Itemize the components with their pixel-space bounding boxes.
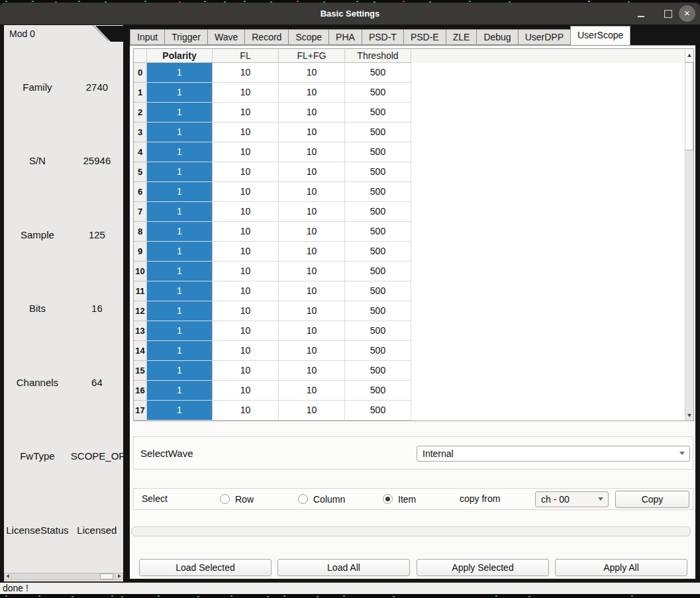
cell-threshold[interactable]: 500 [345,142,411,162]
tab-psd-t[interactable]: PSD-T [362,29,404,45]
cell-fl[interactable]: 10 [213,222,279,242]
selectwave-dropdown[interactable]: Internal [417,446,690,462]
cell-fl[interactable]: 10 [213,341,279,361]
scroll-up-arrow-icon[interactable] [685,49,693,62]
copy-button[interactable]: Copy [615,491,689,508]
scroll-right-arrow-icon[interactable] [115,573,123,579]
radio-circle-icon[interactable] [383,494,393,504]
row-header[interactable]: 17 [134,401,147,421]
cell-threshold[interactable]: 500 [345,222,411,242]
row-header[interactable]: 1 [134,83,147,103]
cell-flfg[interactable]: 10 [279,341,345,361]
row-header[interactable]: 12 [134,301,147,321]
maximize-icon[interactable] [664,10,672,18]
tab-scope[interactable]: Scope [288,29,329,45]
cell-flfg[interactable]: 10 [279,182,345,202]
close-icon[interactable]: × [679,5,695,22]
cell-polarity[interactable]: 1 [147,162,213,182]
row-header[interactable]: 4 [134,142,147,162]
cell-flfg[interactable]: 10 [279,321,345,341]
cell-threshold[interactable]: 500 [345,83,411,103]
cell-fl[interactable]: 10 [213,142,279,162]
row-header[interactable]: 6 [134,182,147,202]
radio-item[interactable]: Item [383,489,416,509]
cell-fl[interactable]: 10 [213,103,279,123]
cell-fl[interactable]: 10 [213,242,279,262]
cell-threshold[interactable]: 500 [345,401,411,421]
cell-threshold[interactable]: 500 [345,341,411,361]
tab-zle[interactable]: ZLE [446,29,477,45]
row-header[interactable]: 9 [134,242,147,262]
cell-polarity[interactable]: 1 [147,63,213,83]
tab-userscope[interactable]: UserScope [570,26,630,45]
cell-flfg[interactable]: 10 [279,281,345,301]
cell-fl[interactable]: 10 [213,123,279,142]
tab-debug[interactable]: Debug [476,29,518,45]
apply-selected-button[interactable]: Apply Selected [417,559,549,576]
cell-fl[interactable]: 10 [213,262,279,281]
cell-polarity[interactable]: 1 [147,242,213,262]
cell-fl[interactable]: 10 [213,63,279,83]
radio-column[interactable]: Column [298,489,345,509]
cell-threshold[interactable]: 500 [345,162,411,182]
row-header[interactable]: 0 [134,63,147,83]
cell-flfg[interactable]: 10 [279,242,345,262]
cell-flfg[interactable]: 10 [279,222,345,242]
cell-polarity[interactable]: 1 [147,222,213,242]
copy-from-dropdown[interactable]: ch - 00 [535,491,609,507]
cell-flfg[interactable]: 10 [279,123,345,142]
cell-polarity[interactable]: 1 [147,83,213,103]
row-header[interactable]: 15 [134,361,147,381]
cell-flfg[interactable]: 10 [279,162,345,182]
table-vertical-scrollbar[interactable] [685,49,693,421]
cell-flfg[interactable]: 10 [279,262,345,281]
cell-threshold[interactable]: 500 [345,63,411,83]
row-header[interactable]: 2 [134,103,147,123]
tab-wave[interactable]: Wave [207,29,245,45]
load-all-button[interactable]: Load All [277,559,410,576]
row-header[interactable]: 13 [134,321,147,341]
cell-threshold[interactable]: 500 [345,123,411,142]
cell-fl[interactable]: 10 [213,321,279,341]
cell-threshold[interactable]: 500 [345,281,411,301]
apply-all-button[interactable]: Apply All [555,559,687,576]
cell-fl[interactable]: 10 [213,281,279,301]
radio-circle-icon[interactable] [298,494,308,504]
cell-flfg[interactable]: 10 [279,83,345,103]
tab-pha[interactable]: PHA [328,29,362,45]
cell-polarity[interactable]: 1 [147,142,213,162]
scroll-down-arrow-icon[interactable] [685,411,693,419]
row-header[interactable]: 16 [134,381,147,401]
cell-threshold[interactable]: 500 [345,361,411,381]
tab-input[interactable]: Input [130,29,165,45]
cell-threshold[interactable]: 500 [345,182,411,202]
cell-polarity[interactable]: 1 [147,301,213,321]
cell-flfg[interactable]: 10 [279,381,345,401]
cell-flfg[interactable]: 10 [279,301,345,321]
cell-polarity[interactable]: 1 [147,381,213,401]
cell-threshold[interactable]: 500 [345,242,411,262]
cell-flfg[interactable]: 10 [279,401,345,421]
cell-fl[interactable]: 10 [213,301,279,321]
cell-polarity[interactable]: 1 [147,182,213,202]
row-header[interactable]: 10 [134,262,147,281]
cell-threshold[interactable]: 500 [345,262,411,281]
vertical-scrollbar-thumb[interactable] [685,62,693,150]
cell-polarity[interactable]: 1 [147,401,213,421]
cell-polarity[interactable]: 1 [147,281,213,301]
cell-threshold[interactable]: 500 [345,103,411,123]
column-header-threshold[interactable]: Threshold [345,49,411,63]
cell-flfg[interactable]: 10 [279,361,345,381]
row-header[interactable]: 11 [134,281,147,301]
cell-polarity[interactable]: 1 [147,103,213,123]
horizontal-scrollbar-thumb[interactable] [100,573,113,579]
column-header-fl+fg[interactable]: FL+FG [279,49,345,63]
cell-fl[interactable]: 10 [213,162,279,182]
tab-psd-e[interactable]: PSD-E [403,29,446,45]
cell-polarity[interactable]: 1 [147,341,213,361]
cell-threshold[interactable]: 500 [345,381,411,401]
load-selected-button[interactable]: Load Selected [139,559,272,576]
cell-threshold[interactable]: 500 [345,202,411,222]
cell-threshold[interactable]: 500 [345,301,411,321]
cell-flfg[interactable]: 10 [279,142,345,162]
